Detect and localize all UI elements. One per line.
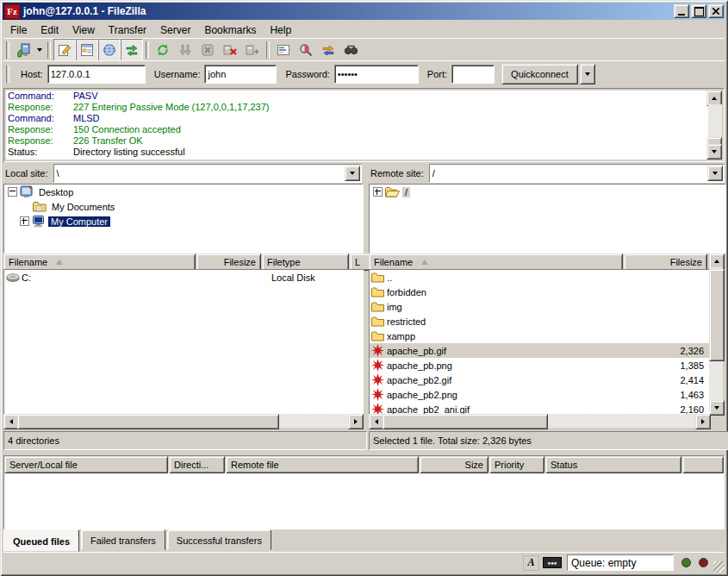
scroll-right-button[interactable]	[348, 414, 364, 429]
port-input[interactable]	[451, 65, 495, 84]
maximize-button[interactable]	[691, 4, 706, 18]
remote-folder-row[interactable]: restricted	[370, 314, 709, 329]
menu-help[interactable]: Help	[263, 22, 298, 38]
local-status-text: 4 directories	[8, 435, 59, 446]
disconnect-button[interactable]	[219, 39, 241, 61]
queue-column-local-file[interactable]: Server/Local file	[4, 456, 168, 473]
tab-successful-transfers[interactable]: Successful transfers	[167, 529, 271, 550]
local-site-row: Local site: \	[3, 164, 362, 183]
message-log-text[interactable]: Command:PASV Response:227 Entering Passi…	[6, 91, 708, 160]
expand-icon[interactable]	[20, 216, 29, 226]
file-name: apache_pb.png	[387, 360, 625, 371]
host-input[interactable]	[47, 65, 146, 84]
speed-limit-icon[interactable]: ▪▪▪	[543, 557, 562, 568]
file-size: 1,463	[625, 390, 709, 400]
site-manager-dropdown[interactable]	[34, 40, 45, 60]
site-manager-icon	[16, 43, 31, 58]
remote-folder-row[interactable]: ..	[370, 270, 709, 285]
quickconnect-dropdown[interactable]	[580, 64, 595, 85]
cancel-button[interactable]	[196, 39, 219, 61]
app-icon[interactable]: Fz	[4, 4, 20, 19]
tab-queued-files[interactable]: Queued files	[3, 529, 79, 552]
local-column-filetype[interactable]: Filetype	[262, 254, 349, 271]
toggle-message-log-button[interactable]	[53, 39, 76, 61]
file-name: apache_pb2.png	[387, 390, 625, 400]
remote-tree-pane: /	[369, 184, 726, 254]
password-input[interactable]	[334, 65, 419, 84]
remote-folder-row[interactable]: xampp	[370, 329, 709, 343]
close-button[interactable]	[708, 4, 724, 18]
local-list-header: Filename Filesize Filetype L	[3, 254, 362, 269]
scrollbar-thumb[interactable]	[17, 414, 279, 429]
tree-item-my-computer[interactable]: My Computer	[4, 214, 363, 229]
queue-column-direction[interactable]: Directi...	[169, 456, 225, 473]
remote-file-row-selected[interactable]: apache_pb.gif 2,326	[370, 343, 709, 358]
scrollbar-thumb[interactable]	[383, 414, 548, 429]
queue-column-size[interactable]: Size	[420, 456, 488, 473]
log-label: Response:	[8, 124, 73, 135]
menu-view[interactable]: View	[65, 22, 102, 38]
find-files-button[interactable]	[339, 39, 362, 61]
title-bar[interactable]: Fz john@127.0.0.1 - FileZilla	[3, 3, 725, 20]
remote-file-row[interactable]: apache_pb2.gif 2,414	[370, 373, 709, 387]
remote-column-filesize[interactable]: Filesize	[624, 254, 707, 271]
recv-activity-led	[681, 558, 691, 567]
host-label: Host:	[21, 69, 43, 79]
toggle-remote-tree-button[interactable]	[98, 39, 121, 61]
scroll-right-button[interactable]	[695, 414, 711, 429]
sort-ascending-icon	[421, 260, 428, 265]
file-name: img	[387, 302, 625, 312]
remote-folder-row[interactable]: img	[370, 299, 709, 314]
local-column-filename[interactable]: Filename	[3, 254, 196, 271]
queue-column-status[interactable]: Status	[545, 456, 681, 473]
chevron-down-icon[interactable]	[707, 166, 723, 181]
image-file-icon	[371, 359, 384, 372]
reconnect-button[interactable]	[241, 39, 264, 61]
log-label: Response:	[8, 135, 73, 147]
expand-icon[interactable]	[373, 187, 383, 197]
local-site-combo[interactable]: \	[53, 164, 362, 183]
menu-server[interactable]: Server	[153, 22, 197, 38]
menu-transfer[interactable]: Transfer	[102, 22, 153, 38]
image-file-icon	[371, 344, 384, 357]
queue-column-priority[interactable]: Priority	[489, 456, 544, 473]
remote-folder-row[interactable]: forbidden	[370, 285, 709, 299]
scrollbar-thumb[interactable]	[709, 269, 725, 361]
quickconnect-button[interactable]: Quickconnect	[501, 64, 578, 85]
remote-status-bar: Selected 1 file. Total size: 2,326 bytes	[369, 431, 728, 450]
site-manager-button[interactable]	[12, 39, 34, 61]
process-queue-button[interactable]	[174, 39, 196, 61]
collapse-icon[interactable]	[8, 187, 17, 197]
transfer-queue-icon	[125, 43, 139, 57]
remote-file-row[interactable]: apache_pb.png 1,385	[370, 358, 709, 373]
tree-item-desktop[interactable]: Desktop	[4, 185, 363, 199]
minimize-button[interactable]	[674, 4, 689, 18]
filter-button[interactable]	[272, 39, 295, 61]
remote-column-filename[interactable]: Filename	[369, 254, 623, 271]
scroll-down-button[interactable]	[706, 144, 722, 160]
chevron-down-icon[interactable]	[345, 166, 360, 181]
menu-bookmarks[interactable]: Bookmarks	[197, 22, 263, 38]
tree-item-root[interactable]: /	[370, 185, 725, 199]
transfer-type-icon[interactable]: A	[523, 555, 539, 571]
refresh-button[interactable]	[152, 39, 174, 61]
menu-file[interactable]: File	[3, 22, 34, 38]
username-input[interactable]	[204, 65, 277, 84]
local-column-filesize[interactable]: Filesize	[196, 254, 261, 271]
file-name: xampp	[387, 331, 625, 341]
queue-column-blank[interactable]	[682, 456, 724, 473]
log-message: 150 Connection accepted	[73, 124, 181, 135]
synchronized-browsing-button[interactable]	[317, 39, 339, 61]
remote-file-row[interactable]: apache_pb2.png 1,463	[370, 387, 709, 402]
scroll-down-button[interactable]	[709, 400, 725, 416]
tab-failed-transfers[interactable]: Failed transfers	[81, 529, 165, 550]
resize-grip[interactable]	[713, 561, 725, 573]
remote-site-combo[interactable]: /	[429, 164, 725, 183]
toggle-local-tree-button[interactable]	[76, 39, 98, 61]
menu-edit[interactable]: Edit	[34, 22, 65, 38]
toggle-transfer-queue-button[interactable]	[121, 39, 143, 61]
tree-item-my-documents[interactable]: My Documents	[4, 199, 363, 214]
local-file-row[interactable]: C: Local Disk	[4, 270, 363, 285]
directory-comparison-button[interactable]	[295, 39, 317, 61]
queue-column-remote-file[interactable]: Remote file	[226, 456, 419, 473]
